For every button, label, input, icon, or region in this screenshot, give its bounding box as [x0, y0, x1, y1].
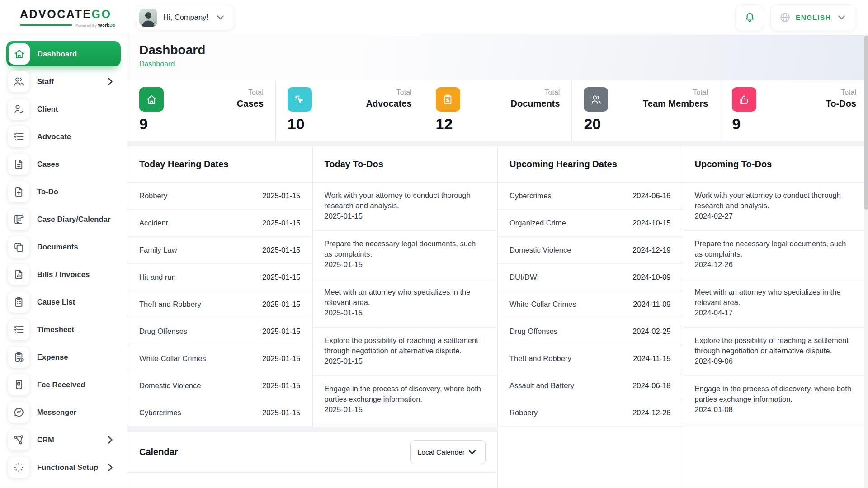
sidebar-item-label: Staff	[37, 77, 54, 86]
sidebar-item-functional-setup[interactable]: Functional Setup	[8, 457, 119, 478]
hearing-date: 2024-12-26	[632, 408, 670, 417]
hearing-row: Drug Offenses 2025-01-15	[127, 318, 312, 345]
todo-date: 2024-09-06	[695, 356, 856, 366]
globe-icon	[779, 11, 791, 23]
panel-title: Today Hearing Dates	[127, 146, 312, 183]
calendar-type-select[interactable]: Local Calender	[410, 440, 486, 464]
panel-title: Upcoming To-Dos	[683, 146, 868, 183]
sidebar-item-bills-invoices[interactable]: Bills / Invoices	[8, 264, 119, 285]
chevron-down-icon	[466, 446, 478, 458]
sidebar-item-label: Documents	[37, 243, 78, 251]
stat-total-label: Total	[643, 89, 708, 97]
language-selector[interactable]: ENGLISH	[770, 4, 856, 31]
todo-date: 2024-12-26	[695, 259, 856, 270]
clipboard-dollar-icon	[436, 87, 460, 112]
hearing-date: 2025-01-15	[262, 219, 300, 227]
todo-date: 2025-01-15	[325, 356, 486, 366]
calendar-title: Calendar	[139, 447, 178, 457]
greeting-label: Hi, Company!	[163, 13, 208, 22]
todo-date: 2025-01-15	[325, 404, 486, 415]
stat-total-label: Total	[237, 89, 264, 97]
stat-card-advocates: Total Advocates 10	[276, 80, 424, 141]
powered-by-label: Powered By	[75, 23, 97, 28]
click-icon	[288, 87, 312, 112]
dashboard-columns: Today Hearing Dates Robbery 2025-01-15	[127, 146, 868, 488]
stats-strip: Total Cases 9 Total Advocates	[127, 80, 868, 141]
hearing-date: 2025-01-15	[262, 408, 300, 417]
brand-name-accent: GO	[91, 8, 111, 20]
calendar-type-label: Local Calender	[418, 448, 465, 456]
case-type-label: Domestic Violence	[139, 381, 201, 390]
stat-value: 12	[436, 115, 560, 133]
list-check-icon	[8, 126, 29, 147]
thumb-up-icon	[732, 87, 756, 112]
sidebar-item-documents[interactable]: Documents	[8, 236, 119, 258]
hearing-row: Domestic Violence 2024-12-19	[498, 237, 683, 264]
notifications-button[interactable]	[735, 4, 764, 31]
stat-card-to-dos: Total To-Dos 9	[720, 80, 868, 141]
user-menu-button[interactable]: Hi, Company!	[136, 5, 234, 30]
sidebar-menu: Dashboard Staff Client Advoca	[0, 35, 127, 488]
todo-row: Explore the possibility of reaching a se…	[313, 328, 498, 376]
sidebar-item-label: CRM	[37, 436, 54, 444]
users-icon	[584, 87, 608, 112]
hearing-date: 2025-01-15	[262, 192, 300, 200]
hearing-date: 2024-02-25	[632, 327, 670, 336]
todo-date: 2025-01-15	[325, 211, 486, 221]
hearing-row: DUI/DWI 2024-10-09	[498, 264, 683, 291]
today-hearing-dates-panel: Today Hearing Dates Robbery 2025-01-15	[127, 146, 313, 427]
todo-text: Prepare the necessary legal documents, s…	[325, 239, 486, 259]
sidebar-item-messenger[interactable]: Messenger	[8, 402, 119, 423]
stat-name-label: Team Members	[643, 99, 708, 109]
todo-text: Meet with an attorney who specializes in…	[695, 287, 856, 308]
sidebar-item-cases[interactable]: Cases	[8, 154, 119, 175]
stat-total-label: Total	[826, 89, 856, 97]
sidebar-item-crm[interactable]: CRM	[8, 429, 119, 450]
case-type-label: Assault and Battery	[509, 381, 574, 390]
sidebar-item-dashboard[interactable]: Dashboard	[6, 41, 121, 66]
sidebar-item-to-do[interactable]: To-Do	[8, 181, 119, 202]
sidebar-item-fee-received[interactable]: Fee Received	[8, 374, 119, 395]
case-type-label: Cybercrimes	[139, 408, 181, 417]
sidebar-item-timesheet[interactable]: Timesheet	[8, 319, 119, 340]
hearing-row: Theft and Robbery 2024-11-15	[498, 345, 683, 372]
stat-card-documents: Total Documents 12	[424, 80, 572, 141]
stat-value: 20	[584, 115, 708, 133]
main-area: Hi, Company! ENGLISH Dashboard Dashboard	[127, 0, 868, 488]
todo-row: Work with your attorney to conduct thoro…	[683, 183, 868, 231]
todo-text: Meet with an attorney who specializes in…	[325, 287, 486, 308]
sidebar-item-staff[interactable]: Staff	[8, 71, 119, 92]
brand-tagline: Powered By WorkDo	[20, 23, 127, 28]
stat-name-label: Documents	[510, 99, 560, 109]
sidebar-item-client[interactable]: Client	[8, 99, 119, 120]
todo-row: Engage in the process of discovery, wher…	[683, 376, 868, 424]
hearing-date: 2025-01-15	[262, 273, 300, 282]
hearing-date: 2024-06-18	[632, 381, 670, 390]
sidebar-item-expense[interactable]: Expense	[8, 347, 119, 368]
scrollbar-thumb[interactable]	[864, 36, 868, 210]
case-type-label: White-Collar Crimes	[139, 354, 206, 363]
hearing-row: Robbery 2024-12-26	[498, 399, 683, 427]
case-type-label: Theft and Robbery	[509, 354, 571, 363]
brand-logo: ADVOCATEGO Powered By WorkDo	[0, 0, 127, 35]
sidebar-item-advocate[interactable]: Advocate	[8, 126, 119, 147]
sidebar-item-label: Timesheet	[37, 325, 74, 334]
brand-name-primary: ADVOCATE	[20, 8, 91, 20]
hearing-date: 2024-10-09	[632, 273, 670, 282]
case-type-label: Accident	[139, 219, 168, 227]
todo-text: Work with your attorney to conduct thoro…	[695, 190, 856, 211]
todo-text: Explore the possibility of reaching a se…	[325, 335, 486, 356]
home-icon	[9, 43, 30, 65]
case-type-label: Domestic Violence	[509, 246, 571, 254]
page-title: Dashboard	[139, 43, 868, 57]
brand-name: ADVOCATEGO	[20, 8, 127, 21]
hearing-date: 2025-01-15	[262, 300, 300, 309]
hearing-date: 2025-01-15	[262, 327, 300, 336]
chevron-down-icon	[214, 11, 226, 23]
breadcrumb[interactable]: Dashboard	[139, 60, 175, 68]
case-type-label: DUI/DWI	[509, 273, 539, 282]
sidebar-item-case-diary-calendar[interactable]: Case Diary/Calendar	[8, 209, 119, 230]
case-type-label: Theft and Robbery	[139, 300, 201, 309]
todo-row: Prepare the necessary legal documents, s…	[313, 231, 498, 279]
sidebar-item-cause-list[interactable]: Cause List	[8, 291, 119, 313]
